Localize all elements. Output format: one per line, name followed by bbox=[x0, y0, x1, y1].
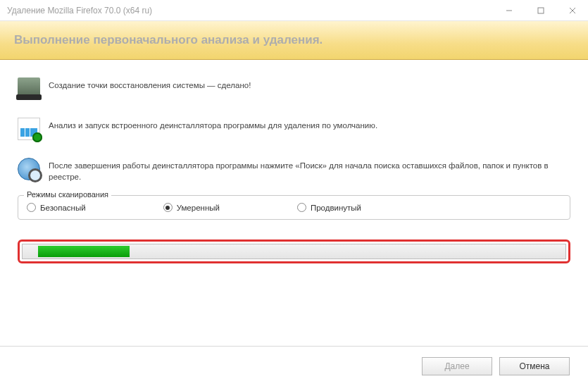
close-icon bbox=[569, 7, 576, 14]
window-title: Удаление Mozilla Firefox 70.0 (x64 ru) bbox=[7, 6, 152, 15]
next-button[interactable]: Далее bbox=[422, 357, 492, 375]
radio-advanced-label: Продвинутый bbox=[311, 204, 361, 212]
window-controls bbox=[493, 0, 588, 21]
maximize-button[interactable] bbox=[525, 0, 556, 21]
step-analyze-text: Анализ и запуск встроенного деинсталлято… bbox=[49, 118, 570, 132]
progress-highlight bbox=[18, 239, 570, 263]
radio-moderate-circle bbox=[163, 203, 173, 212]
cancel-button[interactable]: Отмена bbox=[499, 357, 570, 375]
radio-moderate-label: Умеренный bbox=[177, 204, 220, 212]
close-button[interactable] bbox=[556, 0, 588, 21]
radio-advanced-circle bbox=[297, 203, 306, 212]
radio-safe-circle bbox=[27, 203, 36, 212]
scan-modes-row: Безопасный Умеренный Продвинутый bbox=[27, 203, 561, 212]
scan-modes-legend: Режимы сканирования bbox=[24, 190, 111, 199]
step-backup: Создание точки восстановления системы — … bbox=[18, 77, 570, 100]
progress-bar bbox=[22, 244, 566, 259]
header-banner: Выполнение первоначального анализа и уда… bbox=[0, 21, 588, 60]
step-search: После завершения работы деинсталлятора п… bbox=[18, 158, 570, 182]
scan-modes-group: Режимы сканирования Безопасный Умеренный… bbox=[18, 195, 570, 220]
maximize-icon bbox=[537, 7, 544, 14]
radio-safe-label: Безопасный bbox=[40, 204, 86, 212]
radio-moderate[interactable]: Умеренный bbox=[163, 203, 220, 212]
svg-rect-1 bbox=[538, 8, 544, 13]
step-analyze: Анализ и запуск встроенного деинсталлято… bbox=[18, 118, 570, 140]
minimize-icon bbox=[506, 7, 513, 14]
footer: Далее Отмена bbox=[0, 347, 588, 386]
cancel-button-label: Отмена bbox=[519, 361, 549, 371]
radio-safe[interactable]: Безопасный bbox=[27, 203, 86, 212]
page-title: Выполнение первоначального анализа и уда… bbox=[14, 33, 323, 47]
titlebar: Удаление Mozilla Firefox 70.0 (x64 ru) bbox=[0, 0, 588, 21]
minimize-button[interactable] bbox=[493, 0, 525, 21]
content-area: Создание точки восстановления системы — … bbox=[0, 60, 588, 227]
analyze-icon bbox=[18, 118, 40, 140]
step-search-text: После завершения работы деинсталлятора п… bbox=[49, 158, 570, 182]
search-icon bbox=[18, 158, 40, 180]
next-button-label: Далее bbox=[444, 361, 469, 371]
step-backup-text: Создание точки восстановления системы — … bbox=[49, 77, 570, 92]
radio-advanced[interactable]: Продвинутый bbox=[297, 203, 361, 212]
progress-fill bbox=[38, 246, 130, 257]
backup-icon bbox=[18, 77, 40, 100]
